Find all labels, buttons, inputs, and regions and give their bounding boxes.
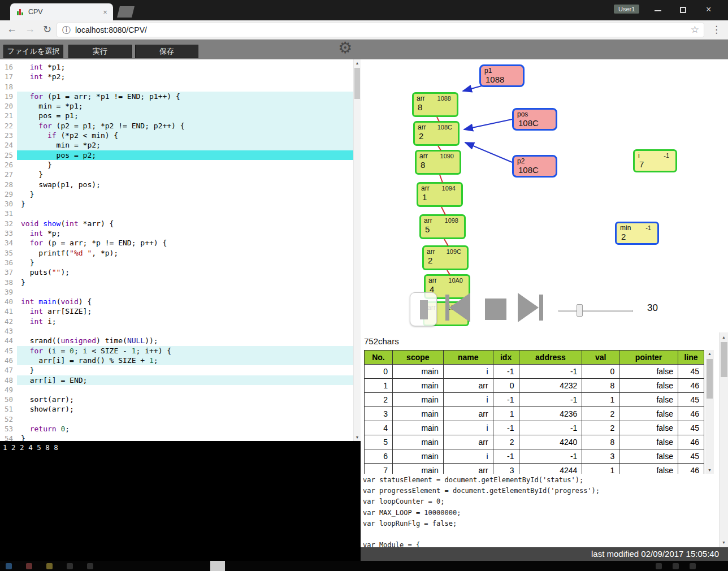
taskbar-icon[interactable] <box>46 563 53 569</box>
array-cell-box[interactable]: arr10908 <box>415 150 461 175</box>
array-cell-box[interactable]: arr109C2 <box>422 245 469 270</box>
page-scrollbar[interactable]: ▲ ▼ <box>719 332 728 547</box>
code-line[interactable]: 50 sort(arr); <box>0 395 353 404</box>
variable-box[interactable]: min-12 <box>615 222 659 245</box>
code-line[interactable]: 45 for (i = 0; i < SIZE - 1; i++) { <box>0 346 353 356</box>
playback-panel[interactable] <box>410 292 437 326</box>
window-close-icon[interactable]: × <box>706 5 711 15</box>
reload-icon[interactable]: ↻ <box>43 23 51 36</box>
scroll-down-icon[interactable]: ▼ <box>705 466 714 474</box>
code-line[interactable]: 42 int i; <box>0 317 353 326</box>
code-line[interactable]: 35 printf("%d ", *p); <box>0 248 353 258</box>
code-line[interactable]: 53 return 0; <box>0 424 353 434</box>
array-cell-box[interactable]: arr10985 <box>419 214 466 239</box>
scroll-down-icon[interactable]: ▼ <box>720 539 728 546</box>
generated-js-panel[interactable]: var statusElement = document.getElementB… <box>363 475 718 547</box>
variable-box[interactable]: i-17 <box>633 149 677 172</box>
code-line[interactable]: 46 arr[i] = rand() % SIZE + 1; <box>0 356 353 365</box>
taskbar-icon[interactable] <box>26 563 32 569</box>
browser-menu-icon[interactable]: ⋮ <box>712 24 721 36</box>
scroll-up-icon[interactable]: ▲ <box>705 350 714 357</box>
step-forward-icon[interactable] <box>539 295 543 321</box>
taskbar-tray-icon[interactable] <box>673 563 679 569</box>
array-cell-box[interactable]: arr108C2 <box>413 121 460 146</box>
file-select-button[interactable]: ファイルを選択 <box>3 45 63 58</box>
code-line[interactable]: 20 min = *p1; <box>0 101 353 111</box>
taskbar-tray-icon[interactable] <box>690 563 696 569</box>
scroll-down-icon[interactable]: ▼ <box>354 434 361 441</box>
code-line[interactable]: 32void show(int *arr) { <box>0 219 353 228</box>
array-cell-box[interactable]: arr10941 <box>417 182 463 207</box>
code-line[interactable]: 48 arr[i] = END; <box>0 375 353 385</box>
taskbar-item-active[interactable] <box>210 561 225 571</box>
editor-scrollbar-thumb[interactable] <box>354 68 360 99</box>
stop-button[interactable] <box>485 299 506 320</box>
code-line[interactable]: 21 pos = p1; <box>0 111 353 120</box>
code-line[interactable]: 51 show(arr); <box>0 404 353 414</box>
scroll-up-icon[interactable]: ▲ <box>354 59 361 67</box>
code-line[interactable]: 16 int *p1; <box>0 62 353 72</box>
table-scrollbar-thumb[interactable] <box>707 359 713 399</box>
tab-close-icon[interactable]: × <box>101 8 110 16</box>
code-line[interactable]: 26 } <box>0 160 353 170</box>
array-cell-box[interactable]: arr10888 <box>412 92 458 117</box>
code-line[interactable]: 54} <box>0 434 353 441</box>
step-back-button[interactable] <box>449 293 470 322</box>
scroll-up-icon[interactable]: ▲ <box>720 334 728 341</box>
editor-scrollbar[interactable]: ▲ ▼ <box>353 59 361 441</box>
code-line[interactable]: 39 <box>0 287 353 297</box>
code-line[interactable]: 41 int arr[SIZE]; <box>0 306 353 316</box>
vertical-slider-thumb[interactable] <box>420 300 428 319</box>
step-forward-button[interactable] <box>518 293 539 322</box>
bookmark-star-icon[interactable]: ☆ <box>691 24 699 36</box>
code-line[interactable]: 29 } <box>0 189 353 199</box>
pointer-box[interactable]: pos108C <box>512 108 557 131</box>
code-line[interactable]: 23 if (*p2 < min) { <box>0 131 353 140</box>
pointer-box[interactable]: p11088 <box>479 64 525 87</box>
profile-badge[interactable]: User1 <box>614 5 639 14</box>
code-line[interactable]: 22 for (p2 = p1; *p2 != END; p2++) { <box>0 121 353 131</box>
table-scrollbar[interactable]: ▲ ▼ <box>705 350 714 474</box>
code-line[interactable]: 44 srand((unsigned) time(NULL)); <box>0 336 353 345</box>
page-scrollbar-thumb[interactable] <box>721 342 727 377</box>
code-line[interactable]: 18 <box>0 82 353 92</box>
code-line[interactable]: 33 int *p; <box>0 228 353 238</box>
code-line[interactable]: 17 int *p2; <box>0 72 353 81</box>
code-line[interactable]: 24 min = *p2; <box>0 140 353 150</box>
page-info-icon[interactable]: ⓘ <box>62 25 71 36</box>
code-line[interactable]: 49 <box>0 385 353 395</box>
code-line[interactable]: 37 puts(""); <box>0 267 353 277</box>
pointer-box[interactable]: p2108C <box>512 155 557 178</box>
code-line[interactable]: 36 } <box>0 258 353 267</box>
url-text[interactable]: localhost:8080/CPV/ <box>75 25 147 34</box>
taskbar-icon[interactable] <box>67 563 73 569</box>
forward-icon[interactable]: → <box>25 23 35 35</box>
taskbar-icon[interactable] <box>6 563 12 569</box>
url-bar[interactable]: ⓘ localhost:8080/CPV/ ☆ <box>57 23 704 37</box>
new-tab-button[interactable] <box>117 6 135 18</box>
window-maximize-icon[interactable] <box>680 7 686 13</box>
code-line[interactable]: 38} <box>0 278 353 287</box>
step-back-icon[interactable] <box>445 295 449 321</box>
code-line[interactable]: 30} <box>0 199 353 209</box>
code-line[interactable]: 19 for (p1 = arr; *p1 != END; p1++) { <box>0 92 353 101</box>
taskbar-icon[interactable] <box>87 563 93 569</box>
browser-tab[interactable]: CPV × <box>10 3 113 20</box>
save-button[interactable]: 保存 <box>135 45 198 58</box>
code-line[interactable]: 40int main(void) { <box>0 297 353 306</box>
code-line[interactable]: 52 <box>0 414 353 424</box>
code-line[interactable]: 34 for (p = arr; *p != END; p++) { <box>0 238 353 248</box>
window-minimize-icon[interactable] <box>655 10 661 11</box>
code-line[interactable]: 28 swap(p1, pos); <box>0 180 353 189</box>
speed-slider-track[interactable] <box>558 310 633 312</box>
run-button[interactable]: 実行 <box>68 45 132 58</box>
gear-icon[interactable]: ⚙ <box>338 38 352 57</box>
code-editor[interactable]: 16 int *p1;17 int *p2;18 19 for (p1 = ar… <box>0 59 353 441</box>
code-line[interactable]: 31 <box>0 209 353 218</box>
code-line[interactable]: 27 } <box>0 170 353 179</box>
code-line[interactable]: 47 } <box>0 365 353 375</box>
code-line[interactable]: 25 pos = p2; <box>0 150 353 160</box>
back-icon[interactable]: ← <box>7 23 17 35</box>
code-line[interactable]: 43 <box>0 326 353 336</box>
speed-slider-thumb[interactable] <box>577 304 583 317</box>
